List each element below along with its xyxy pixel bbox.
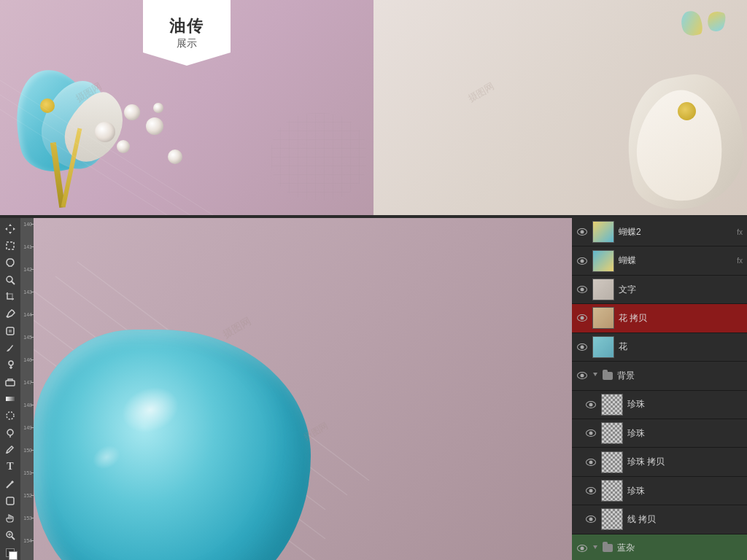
- layer-text[interactable]: 文字: [572, 276, 747, 304]
- layer-name-flower: 花: [619, 341, 743, 353]
- svg-line-19: [12, 537, 15, 540]
- layer-line-shell[interactable]: 线 拷贝: [572, 505, 747, 534]
- butterfly-top-right: [681, 11, 725, 47]
- pen-tool[interactable]: [2, 442, 18, 457]
- select-rect-tool[interactable]: [2, 238, 18, 253]
- svg-line-1: [0, 80, 219, 215]
- thumb-butterfly: [592, 250, 614, 272]
- canvas-area: 摄图网 摄图网: [34, 218, 572, 560]
- bottom-area: T 140 141 142 143 144 145 146 147 148: [0, 218, 747, 560]
- ruler-left: 140 141 142 143 144 145 146 147 148 149 …: [20, 218, 34, 560]
- layer-pearl-shell[interactable]: 珍珠 拷贝: [572, 448, 747, 476]
- folder-icon-bg: [603, 372, 613, 380]
- cream-flower-right: [565, 26, 747, 215]
- layer-blue-group[interactable]: 蓝杂: [572, 534, 747, 560]
- eye-flower-shell[interactable]: [576, 312, 588, 324]
- layer-name-line-shell: 线 拷贝: [627, 513, 743, 526]
- eye-butterfly[interactable]: [576, 255, 588, 267]
- layer-pearl1[interactable]: 珍珠: [572, 391, 747, 419]
- eye-pearl-shell[interactable]: [585, 456, 597, 468]
- layer-name-flower-shell: 花 拷贝: [619, 312, 743, 324]
- layer-name-pearl1: 珍珠: [627, 398, 743, 411]
- thumb-pearl1: [601, 394, 623, 416]
- layer-pearl3[interactable]: 珍珠: [572, 477, 747, 505]
- layer-name-pearl-shell: 珍珠 拷贝: [627, 456, 743, 468]
- layer-butterfly[interactable]: 蝴蝶 fx: [572, 246, 747, 275]
- thumb-text: [592, 279, 614, 300]
- svg-point-9: [9, 361, 13, 365]
- hand-tool[interactable]: [2, 510, 18, 526]
- layer-name-butterfly: 蝴蝶: [619, 254, 731, 267]
- thumb-line-shell: [601, 508, 623, 530]
- svg-line-3: [0, 109, 219, 215]
- crop-tool[interactable]: [2, 289, 18, 304]
- lasso-tool[interactable]: [2, 255, 18, 271]
- text-tool[interactable]: T: [2, 459, 18, 475]
- move-tool[interactable]: [2, 221, 18, 236]
- teal-blob-highlight: [115, 379, 185, 440]
- group-triangle-blue[interactable]: [592, 545, 598, 551]
- fg-bg-colors[interactable]: [2, 545, 18, 560]
- layer-name-text: 文字: [619, 284, 743, 296]
- layer-pearl2[interactable]: 珍珠: [572, 419, 747, 448]
- thumb-flower-shell: [592, 307, 614, 329]
- eye-pearl1[interactable]: [585, 399, 597, 411]
- eye-pearl3[interactable]: [585, 485, 597, 497]
- top-preview: 油传 展示: [0, 0, 747, 215]
- blur-tool[interactable]: [2, 408, 18, 424]
- layer-name-butterfly2: 蝴蝶2: [619, 226, 731, 238]
- eraser-tool[interactable]: [2, 374, 18, 389]
- layers-panel: 蝴蝶2 fx 蝴蝶 fx 文字 花 拷贝 花: [572, 218, 747, 560]
- svg-point-15: [7, 452, 8, 454]
- eyedropper-tool[interactable]: [2, 306, 18, 322]
- eye-bg-group[interactable]: [576, 370, 588, 381]
- sub-title: 展示: [177, 37, 197, 50]
- eye-blue-group[interactable]: [576, 542, 588, 554]
- teal-blob-highlight2: [88, 440, 125, 474]
- eye-pearl2[interactable]: [585, 427, 597, 439]
- layer-bg-group[interactable]: 背景: [572, 362, 747, 390]
- layer-name-blue-group: 蓝杂: [617, 542, 743, 554]
- main-title: 油传: [169, 15, 204, 37]
- svg-point-12: [7, 412, 14, 419]
- svg-point-13: [7, 429, 13, 435]
- eye-flower[interactable]: [576, 341, 588, 353]
- brush-tool[interactable]: [2, 340, 18, 355]
- thumb-pearl3: [601, 480, 623, 502]
- layer-name-pearl3: 珍珠: [627, 485, 743, 497]
- thumb-pearl-shell: [601, 451, 623, 473]
- preview-right: 摄图网: [374, 0, 747, 215]
- zoom-tool[interactable]: [2, 527, 18, 542]
- shape-tool[interactable]: [2, 494, 18, 509]
- eye-butterfly2[interactable]: [576, 226, 588, 238]
- ps-toolbar: T: [0, 218, 20, 560]
- layer-name-pearl2: 珍珠: [627, 427, 743, 440]
- patch-tool[interactable]: [2, 323, 18, 338]
- thumb-pearl2: [601, 422, 623, 444]
- path-select-tool[interactable]: [2, 476, 18, 491]
- svg-rect-4: [7, 242, 14, 249]
- layer-flower[interactable]: 花: [572, 333, 747, 362]
- thumb-flower: [592, 336, 614, 358]
- layer-flower-shell[interactable]: 花 拷贝: [572, 304, 747, 332]
- svg-rect-17: [7, 497, 14, 505]
- magic-wand-tool[interactable]: [2, 272, 18, 287]
- eye-text[interactable]: [576, 284, 588, 295]
- watermark-right: 摄图网: [465, 79, 497, 105]
- gradient-tool[interactable]: [2, 391, 18, 406]
- title-banner: 油传 展示: [143, 0, 231, 66]
- svg-rect-10: [6, 381, 15, 386]
- dodge-tool[interactable]: [2, 425, 18, 440]
- layer-fx-butterfly2: fx: [737, 228, 743, 236]
- eye-line-shell[interactable]: [585, 513, 597, 525]
- group-triangle-bg[interactable]: [592, 373, 598, 378]
- clone-stamp-tool[interactable]: [2, 357, 18, 373]
- thumb-butterfly2: [592, 221, 614, 243]
- layer-butterfly2[interactable]: 蝴蝶2 fx: [572, 218, 747, 246]
- folder-icon-blue: [603, 544, 613, 552]
- svg-point-7: [7, 316, 9, 318]
- svg-point-6: [7, 276, 12, 282]
- svg-rect-11: [6, 397, 15, 401]
- preview-left: 油传 展示: [0, 0, 374, 215]
- cream-center: [678, 102, 696, 120]
